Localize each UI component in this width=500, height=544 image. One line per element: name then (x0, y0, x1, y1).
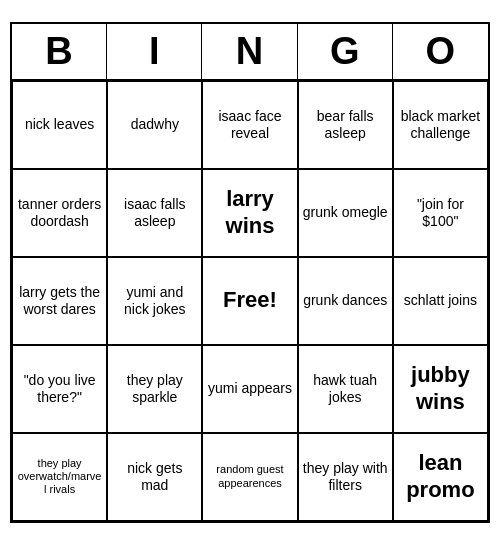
bingo-cell-10: larry gets the worst dares (12, 257, 107, 345)
bingo-cell-13: grunk dances (298, 257, 393, 345)
bingo-cell-3: bear falls asleep (298, 81, 393, 169)
bingo-cell-0: nick leaves (12, 81, 107, 169)
header-g: G (298, 24, 393, 79)
bingo-header: B I N G O (12, 24, 488, 81)
bingo-cell-6: isaac falls asleep (107, 169, 202, 257)
bingo-grid: nick leavesdadwhyisaac face revealbear f… (12, 81, 488, 521)
header-i: I (107, 24, 202, 79)
bingo-cell-15: "do you live there?" (12, 345, 107, 433)
bingo-cell-7: larry wins (202, 169, 297, 257)
bingo-cell-1: dadwhy (107, 81, 202, 169)
bingo-cell-21: nick gets mad (107, 433, 202, 521)
header-o: O (393, 24, 488, 79)
bingo-cell-4: black market challenge (393, 81, 488, 169)
bingo-cell-5: tanner orders doordash (12, 169, 107, 257)
bingo-cell-20: they play overwatch/marvel rivals (12, 433, 107, 521)
bingo-cell-24: lean promo (393, 433, 488, 521)
bingo-card: B I N G O nick leavesdadwhyisaac face re… (10, 22, 490, 523)
bingo-cell-8: grunk omegle (298, 169, 393, 257)
bingo-cell-9: "join for $100" (393, 169, 488, 257)
header-n: N (202, 24, 297, 79)
bingo-cell-23: they play with filters (298, 433, 393, 521)
bingo-cell-17: yumi appears (202, 345, 297, 433)
bingo-cell-22: random guest appearences (202, 433, 297, 521)
bingo-cell-11: yumi and nick jokes (107, 257, 202, 345)
bingo-cell-18: hawk tuah jokes (298, 345, 393, 433)
bingo-cell-19: jubby wins (393, 345, 488, 433)
bingo-cell-12: Free! (202, 257, 297, 345)
bingo-cell-16: they play sparkle (107, 345, 202, 433)
bingo-cell-2: isaac face reveal (202, 81, 297, 169)
header-b: B (12, 24, 107, 79)
bingo-cell-14: schlatt joins (393, 257, 488, 345)
